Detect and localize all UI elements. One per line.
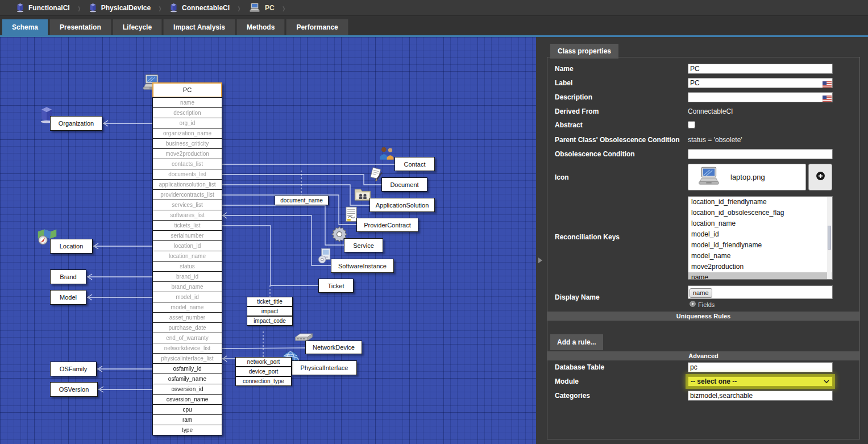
- class-node-osfamily[interactable]: OSFamily: [50, 362, 97, 376]
- pc-attribute-row[interactable]: status: [152, 261, 222, 272]
- tab-lifecycle[interactable]: Lifecycle: [113, 19, 162, 35]
- pc-attribute-row[interactable]: cpu: [152, 404, 222, 415]
- pc-attribute-row[interactable]: services_list: [152, 200, 222, 210]
- pc-attribute-row[interactable]: name: [152, 97, 222, 108]
- reconciliation-key-item[interactable]: model_id: [688, 229, 832, 240]
- pc-attribute-row[interactable]: model_id: [152, 292, 222, 302]
- class-node-document[interactable]: Document: [381, 177, 427, 192]
- class-node-providercontract[interactable]: ProviderContract: [356, 218, 418, 232]
- module-select[interactable]: -- select one --: [688, 376, 833, 387]
- link-attribute-ticket-title[interactable]: ticket_title: [247, 297, 293, 306]
- pc-attribute-row[interactable]: org_id: [152, 118, 222, 128]
- class-node-osversion[interactable]: OSVersion: [50, 382, 98, 397]
- class-label: Ticket: [328, 283, 344, 289]
- link-attribute-impact[interactable]: impact: [247, 306, 293, 316]
- pc-attribute-row[interactable]: end_of_warranty: [152, 333, 222, 343]
- pc-attribute-row[interactable]: ram: [152, 414, 222, 425]
- pc-attribute-row[interactable]: move2production: [152, 148, 222, 159]
- reconciliation-key-item[interactable]: location_id_friendlyname: [688, 197, 832, 208]
- pc-attribute-row[interactable]: osfamily_id: [152, 363, 222, 374]
- link-attribute-connection-type[interactable]: connection_type: [235, 376, 292, 386]
- link-attribute-document-name[interactable]: document_name: [275, 196, 329, 205]
- class-node-applicationsolution[interactable]: ApplicationSolution: [369, 198, 435, 212]
- add-rule-button[interactable]: Add a rule...: [550, 334, 603, 350]
- label-input[interactable]: [688, 78, 833, 88]
- reconciliation-key-item[interactable]: name: [688, 272, 832, 280]
- class-node-physicalinterface[interactable]: PhysicalInterface: [292, 360, 357, 375]
- class-label: Location: [60, 243, 84, 250]
- pc-attribute-row[interactable]: osversion_name: [152, 394, 222, 405]
- class-properties-tab[interactable]: Class properties: [550, 44, 618, 59]
- breadcrumb-item-connectableci[interactable]: ConnectableCI: [169, 3, 230, 13]
- uniqueness-rules-header: Uniqueness Rules: [547, 312, 860, 321]
- pc-attribute-row[interactable]: documents_list: [152, 169, 222, 180]
- pc-attribute-row[interactable]: business_criticity: [152, 138, 222, 149]
- database-table-label: Database Table: [555, 363, 604, 371]
- breadcrumb-item-functionalci[interactable]: FunctionalCI: [16, 3, 70, 13]
- tab-impact-analysis[interactable]: Impact Analysis: [163, 19, 235, 35]
- class-node-networkdevice[interactable]: NetworkDevice: [305, 341, 362, 354]
- link-attribute-network-port[interactable]: network_port: [235, 357, 292, 367]
- abstract-checkbox[interactable]: [688, 121, 695, 128]
- class-node-brand[interactable]: Brand: [50, 269, 86, 284]
- tab-performance[interactable]: Performance: [286, 19, 348, 35]
- pc-attribute-row[interactable]: purchase_date: [152, 322, 222, 333]
- reconciliation-keys-list[interactable]: location_id_friendlynamelocation_id_obso…: [688, 196, 833, 280]
- reconciliation-key-item[interactable]: move2production: [688, 262, 832, 272]
- class-node-ticket[interactable]: Ticket: [318, 279, 354, 293]
- schema-canvas[interactable]: PC namedescriptionorg_idorganization_nam…: [0, 37, 536, 444]
- reconciliation-key-item[interactable]: location_id_obsolescence_flag: [688, 208, 832, 218]
- pc-attribute-row[interactable]: physicalinterface_list: [152, 353, 222, 364]
- icon-add-button[interactable]: [808, 164, 832, 190]
- description-input[interactable]: [688, 92, 833, 102]
- advanced-header: Advanced: [547, 351, 860, 360]
- categories-input[interactable]: [688, 391, 833, 401]
- pc-attribute-row[interactable]: tickets_list: [152, 220, 222, 231]
- display-name-chip[interactable]: name: [690, 288, 712, 298]
- class-node-service[interactable]: Service: [344, 238, 383, 252]
- pc-attribute-row[interactable]: asset_number: [152, 312, 222, 323]
- reconciliation-key-item[interactable]: model_name: [688, 251, 832, 262]
- pc-attribute-row[interactable]: networkdevice_list: [152, 343, 222, 354]
- class-node-location[interactable]: Location: [50, 239, 93, 254]
- pc-class-title[interactable]: PC: [152, 82, 222, 98]
- pc-attribute-row[interactable]: contacts_list: [152, 159, 222, 169]
- tab-schema[interactable]: Schema: [2, 19, 48, 35]
- display-name-box[interactable]: name: [688, 285, 833, 299]
- pc-attribute-row[interactable]: description: [152, 107, 222, 118]
- fields-disclosure[interactable]: Fields: [690, 301, 715, 308]
- obsolescence-input[interactable]: [688, 149, 833, 159]
- reconciliation-key-item[interactable]: model_id_friendlyname: [688, 240, 832, 251]
- tab-methods[interactable]: Methods: [236, 19, 285, 35]
- database-table-input[interactable]: [688, 362, 833, 372]
- class-node-contact[interactable]: Contact: [394, 157, 435, 171]
- pc-attribute-row[interactable]: type: [152, 425, 222, 435]
- reconciliation-scrollbar[interactable]: [827, 197, 832, 280]
- reconciliation-scrollbar-thumb[interactable]: [828, 226, 831, 250]
- pc-attribute-row[interactable]: osfamily_name: [152, 374, 222, 384]
- pc-attribute-row[interactable]: brand_name: [152, 281, 222, 292]
- pc-attribute-row[interactable]: location_id: [152, 240, 222, 251]
- reconciliation-key-item[interactable]: location_name: [688, 218, 832, 229]
- class-node-organization[interactable]: Organization: [50, 116, 102, 131]
- name-input[interactable]: [688, 64, 833, 74]
- pc-attribute-row[interactable]: brand_id: [152, 271, 222, 282]
- breadcrumb-item-pc[interactable]: PC: [248, 3, 275, 13]
- breadcrumb-item-physicaldevice[interactable]: PhysicalDevice: [89, 3, 151, 13]
- link-attribute-impact-code[interactable]: impact_code: [247, 316, 293, 326]
- tab-presentation[interactable]: Presentation: [49, 19, 111, 35]
- pc-attribute-row[interactable]: applicationsolution_list: [152, 179, 222, 190]
- pc-attribute-row[interactable]: serialnumber: [152, 230, 222, 241]
- pc-attribute-row[interactable]: osversion_id: [152, 384, 222, 395]
- link-attribute-device-port[interactable]: device_port: [235, 367, 292, 376]
- pc-attribute-row[interactable]: providercontracts_list: [152, 189, 222, 200]
- pc-attribute-row[interactable]: organization_name: [152, 128, 222, 139]
- pc-attribute-row[interactable]: softwares_list: [152, 210, 222, 221]
- pc-attribute-row[interactable]: location_name: [152, 251, 222, 262]
- pc-class-node[interactable]: PC namedescriptionorg_idorganization_nam…: [152, 82, 222, 435]
- pc-attribute-row[interactable]: model_name: [152, 302, 222, 313]
- class-node-model[interactable]: Model: [50, 290, 86, 305]
- icon-file-box[interactable]: laptop.png: [688, 164, 806, 190]
- class-node-softwareinstance[interactable]: SoftwareInstance: [331, 259, 394, 273]
- panel-splitter[interactable]: [536, 37, 545, 444]
